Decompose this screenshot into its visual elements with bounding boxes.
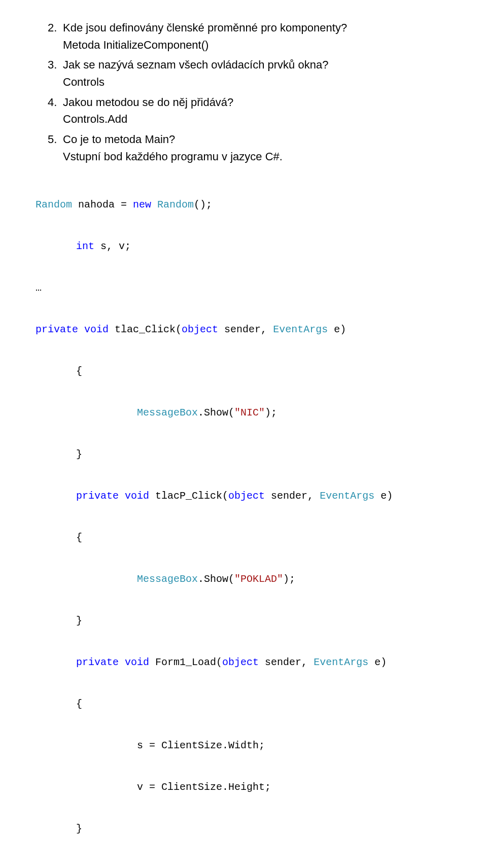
answer-5: Vstupní bod každého programu v jazyce C#… — [63, 149, 451, 164]
code-token: Random — [157, 199, 194, 211]
code-token: int — [76, 240, 94, 252]
code-token: e) — [368, 656, 387, 668]
question-text: Kde jsou definovány členské proměnné pro… — [63, 20, 451, 36]
code-token: s, v; — [94, 240, 131, 252]
code-token: MessageBox — [137, 573, 198, 585]
question-5: 5. Co je to metoda Main? — [36, 132, 451, 147]
code-token: object — [222, 656, 259, 668]
code-line — [36, 860, 451, 869]
list-number: 3. — [36, 57, 63, 73]
code-line: Random nahoda = new Random(); — [36, 194, 451, 215]
answer-2: Metoda InitializeComponent() — [63, 38, 451, 53]
code-line: s = ClientSize.Width; — [36, 735, 451, 756]
question-text: Jak se nazývá seznam všech ovládacích pr… — [63, 57, 451, 73]
question-list: 2. Kde jsou definovány členské proměnné … — [36, 20, 451, 164]
code-token — [78, 324, 84, 335]
code-token: (); — [194, 199, 212, 211]
code-token — [119, 490, 125, 502]
code-line: private void Form1_Load(object sender, E… — [36, 652, 451, 673]
question-text: Jakou metodou se do něj přidává? — [63, 95, 451, 110]
code-token: sender, — [218, 324, 273, 335]
code-line: MessageBox.Show("POKLAD"); — [36, 569, 451, 589]
code-line: private void tlacP_Click(object sender, … — [36, 485, 451, 506]
code-token — [119, 656, 125, 668]
code-token: EventArgs — [320, 490, 374, 502]
code-token: nahoda = — [72, 199, 133, 211]
code-line: { — [36, 527, 451, 548]
question-text: Co je to metoda Main? — [63, 132, 451, 147]
answer-3: Controls — [63, 75, 451, 90]
code-line: { — [36, 361, 451, 381]
code-line: } — [36, 818, 451, 839]
code-line: } — [36, 610, 451, 631]
code-token: ); — [265, 407, 277, 419]
code-block: Random nahoda = new Random(); int s, v; … — [36, 173, 451, 869]
code-line: MessageBox.Show("NIC"); — [36, 402, 451, 423]
code-token: void — [125, 490, 149, 502]
code-line: { — [36, 693, 451, 714]
code-token: e) — [374, 490, 393, 502]
code-token: .Show( — [198, 573, 234, 585]
code-line: private void tlac_Click(object sender, E… — [36, 319, 451, 340]
code-token: "NIC" — [234, 407, 265, 419]
question-4: 4. Jakou metodou se do něj přidává? — [36, 95, 451, 110]
list-number: 4. — [36, 95, 63, 110]
code-line: } — [36, 444, 451, 465]
code-line: int s, v; — [36, 236, 451, 257]
code-token: private — [76, 490, 119, 502]
code-token: sender, — [259, 656, 314, 668]
code-token: Random — [36, 199, 72, 211]
code-token — [151, 199, 157, 211]
code-token: e) — [328, 324, 346, 335]
answer-4: Controls.Add — [63, 112, 451, 127]
code-token: MessageBox — [137, 407, 198, 419]
list-number: 5. — [36, 132, 63, 147]
code-token: sender, — [265, 490, 320, 502]
code-token: EventArgs — [273, 324, 328, 335]
code-token: ); — [283, 573, 295, 585]
code-token: object — [228, 490, 265, 502]
code-token: tlacP_Click( — [149, 490, 228, 502]
code-token: "POKLAD" — [234, 573, 283, 585]
code-token: private — [76, 656, 119, 668]
code-token: void — [84, 324, 109, 335]
list-number: 2. — [36, 20, 63, 36]
code-token: new — [133, 199, 151, 211]
code-token: object — [182, 324, 218, 335]
code-token: tlac_Click( — [109, 324, 182, 335]
code-token: private — [36, 324, 78, 335]
code-token: void — [125, 656, 149, 668]
code-line: v = ClientSize.Height; — [36, 777, 451, 797]
code-token: EventArgs — [314, 656, 368, 668]
question-2: 2. Kde jsou definovány členské proměnné … — [36, 20, 451, 36]
code-token: Form1_Load( — [149, 656, 222, 668]
question-3: 3. Jak se nazývá seznam všech ovládacích… — [36, 57, 451, 73]
code-token: .Show( — [198, 407, 234, 419]
code-line: … — [36, 277, 451, 298]
